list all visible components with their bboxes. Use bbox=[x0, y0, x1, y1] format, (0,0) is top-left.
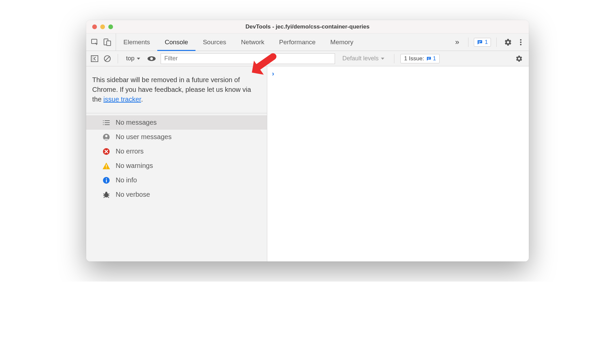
toggle-sidebar-icon[interactable] bbox=[90, 55, 99, 63]
context-selector[interactable]: top bbox=[124, 55, 143, 62]
console-body: This sidebar will be removed in a future… bbox=[86, 66, 529, 261]
console-sidebar: This sidebar will be removed in a future… bbox=[86, 66, 267, 261]
sidebar-filter-errors[interactable]: No errors bbox=[86, 144, 267, 159]
main-tabs: Elements Console Sources Network Perform… bbox=[116, 34, 361, 51]
deprecation-notice: This sidebar will be removed in a future… bbox=[86, 66, 267, 113]
svg-rect-28 bbox=[106, 180, 107, 182]
issues-badge[interactable]: 1 bbox=[474, 38, 491, 47]
titlebar: DevTools - jec.fyi/demo/css-container-qu… bbox=[86, 20, 529, 34]
divider bbox=[496, 38, 497, 47]
console-settings-icon[interactable] bbox=[513, 53, 525, 64]
svg-rect-26 bbox=[106, 168, 107, 168]
divider bbox=[468, 38, 468, 47]
tab-elements[interactable]: Elements bbox=[116, 34, 157, 51]
warning-icon bbox=[102, 162, 110, 170]
svg-line-32 bbox=[103, 194, 105, 194]
user-icon bbox=[102, 133, 110, 141]
traffic-lights bbox=[86, 24, 113, 29]
dropdown-triangle-icon bbox=[136, 57, 141, 60]
sidebar-filter-user[interactable]: No user messages bbox=[86, 130, 267, 144]
filter-label: No warnings bbox=[116, 162, 153, 170]
svg-rect-25 bbox=[106, 165, 107, 167]
divider bbox=[118, 54, 118, 63]
svg-rect-29 bbox=[106, 178, 107, 179]
console-prompt-icon: › bbox=[272, 70, 274, 77]
issues-label: 1 Issue: bbox=[404, 55, 424, 62]
svg-rect-0 bbox=[92, 39, 97, 44]
tab-performance[interactable]: Performance bbox=[272, 34, 323, 51]
sidebar-filter-verbose[interactable]: No verbose bbox=[86, 187, 267, 202]
tabs-right-group: » 1 bbox=[452, 34, 529, 51]
svg-point-5 bbox=[520, 39, 522, 41]
more-options-icon[interactable] bbox=[517, 36, 524, 48]
toggle-device-toolbar-icon[interactable] bbox=[104, 38, 111, 46]
tab-sources[interactable]: Sources bbox=[195, 34, 234, 51]
sidebar-filter-info[interactable]: No info bbox=[86, 173, 267, 187]
svg-line-11 bbox=[105, 57, 109, 61]
zoom-window-button[interactable] bbox=[108, 24, 113, 29]
dropdown-triangle-icon bbox=[381, 57, 385, 60]
filter-label: No messages bbox=[116, 119, 157, 126]
levels-label: Default levels bbox=[342, 55, 379, 62]
sidebar-filter-messages[interactable]: No messages bbox=[86, 115, 267, 130]
main-tabs-bar: Elements Console Sources Network Perform… bbox=[86, 34, 529, 51]
tab-network[interactable]: Network bbox=[234, 34, 272, 51]
filter-input[interactable] bbox=[161, 53, 335, 64]
message-icon bbox=[477, 39, 483, 45]
live-expression-icon[interactable] bbox=[147, 55, 157, 62]
error-icon bbox=[102, 148, 110, 155]
settings-icon[interactable] bbox=[502, 36, 514, 48]
svg-line-33 bbox=[108, 194, 109, 194]
deprecation-text-post: . bbox=[141, 96, 143, 103]
svg-rect-4 bbox=[479, 42, 480, 43]
console-toolbar: top Default levels 1 Issue: 1 bbox=[86, 51, 529, 66]
sidebar-filter-warnings[interactable]: No warnings bbox=[86, 159, 267, 173]
svg-rect-15 bbox=[428, 59, 429, 59]
issues-count-group: 1 bbox=[426, 55, 436, 62]
issues-badge-count: 1 bbox=[485, 39, 488, 46]
svg-point-31 bbox=[105, 192, 107, 194]
filter-label: No verbose bbox=[116, 191, 150, 198]
issue-tracker-link[interactable]: issue tracker bbox=[103, 96, 141, 103]
issues-count: 1 bbox=[433, 55, 436, 62]
svg-point-7 bbox=[520, 44, 522, 45]
svg-point-23 bbox=[105, 135, 108, 137]
close-window-button[interactable] bbox=[92, 24, 97, 29]
message-icon bbox=[426, 56, 432, 61]
log-levels-selector[interactable]: Default levels bbox=[339, 55, 388, 62]
bug-icon bbox=[102, 191, 110, 198]
tab-memory[interactable]: Memory bbox=[323, 34, 361, 51]
svg-line-37 bbox=[108, 197, 109, 198]
list-icon bbox=[102, 120, 110, 126]
svg-line-35 bbox=[108, 195, 109, 196]
window-title: DevTools - jec.fyi/demo/css-container-qu… bbox=[86, 23, 529, 30]
svg-rect-2 bbox=[107, 41, 111, 46]
inspect-element-icon[interactable] bbox=[91, 38, 99, 46]
console-output[interactable]: › bbox=[267, 66, 529, 261]
info-icon bbox=[102, 177, 110, 184]
svg-point-13 bbox=[150, 57, 153, 60]
inspect-tools-group bbox=[86, 34, 116, 51]
minimize-window-button[interactable] bbox=[100, 24, 105, 29]
devtools-window: DevTools - jec.fyi/demo/css-container-qu… bbox=[86, 20, 529, 261]
filter-label: No user messages bbox=[116, 133, 172, 141]
svg-line-36 bbox=[104, 197, 105, 198]
issues-summary[interactable]: 1 Issue: 1 bbox=[400, 54, 440, 63]
svg-rect-3 bbox=[479, 41, 481, 42]
svg-rect-14 bbox=[428, 58, 430, 58]
tab-console[interactable]: Console bbox=[157, 34, 195, 51]
divider bbox=[394, 54, 394, 63]
svg-point-6 bbox=[520, 41, 522, 43]
filter-label: No info bbox=[116, 176, 137, 184]
more-tabs-button[interactable]: » bbox=[452, 38, 462, 47]
sidebar-filters: No messages No user messages No errors bbox=[86, 113, 267, 202]
filter-label: No errors bbox=[116, 147, 144, 155]
svg-line-34 bbox=[103, 195, 105, 196]
context-label: top bbox=[126, 55, 134, 62]
clear-console-icon[interactable] bbox=[103, 54, 112, 63]
